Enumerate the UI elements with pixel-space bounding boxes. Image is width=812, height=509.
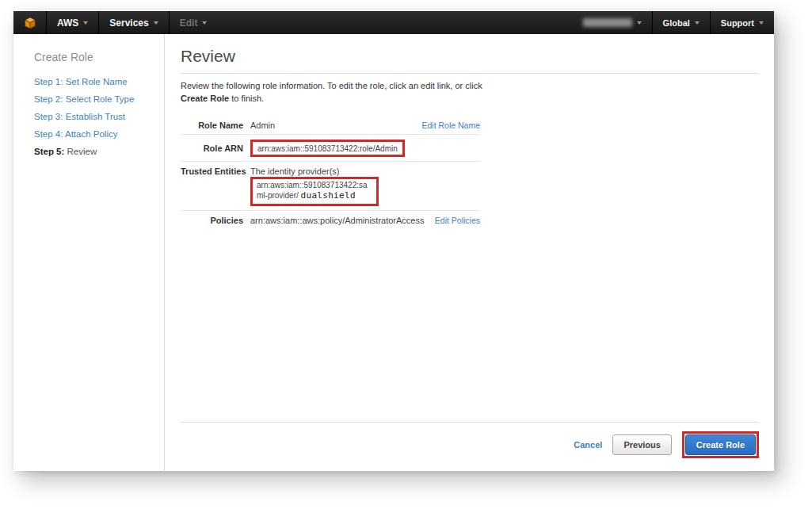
edit-role-name-link[interactable]: Edit Role Name — [421, 119, 480, 130]
chevron-down-icon — [202, 21, 207, 25]
title-divider — [181, 73, 759, 74]
role-arn-value-wrap: arn:aws:iam::591083713422:role/Admin — [250, 138, 480, 157]
field-row-trusted-entities: Trusted Entities The identity provider(s… — [181, 161, 480, 210]
cancel-link[interactable]: Cancel — [574, 440, 602, 450]
saml-provider-name: dualshield — [301, 190, 356, 201]
page-title: Review — [181, 47, 759, 66]
top-navbar: AWS Services Edit Global — [13, 11, 774, 34]
review-description: Review the following role information. T… — [181, 80, 488, 105]
role-arn-annotation-box: arn:aws:iam::591083713422:role/Admin — [250, 140, 405, 157]
nav-menu-edit[interactable]: Edit — [170, 11, 218, 34]
description-bold-text: Create Role — [181, 94, 229, 103]
chevron-down-icon — [695, 21, 700, 25]
content-spacer — [181, 229, 759, 422]
user-name-redacted — [583, 18, 632, 27]
nav-support-menu[interactable]: Support — [711, 11, 774, 34]
role-arn-value: arn:aws:iam::591083713422:role/Admin — [257, 144, 398, 153]
chevron-down-icon — [154, 21, 158, 25]
role-arn-label: Role ARN — [181, 138, 250, 153]
chevron-down-icon — [637, 21, 642, 25]
nav-region-label: Global — [663, 18, 690, 28]
create-role-button[interactable]: Create Role — [685, 434, 756, 455]
review-pane: Review Review the following role informa… — [165, 34, 774, 471]
nav-menu-services[interactable]: Services — [99, 11, 168, 34]
trusted-entities-intro: The identity provider(s) — [250, 166, 480, 176]
trusted-entity-annotation-box: arn:aws:iam::591083713422:saml-provider/… — [250, 177, 379, 206]
sidebar-step-1[interactable]: Step 1: Set Role Name — [34, 77, 156, 86]
nav-menu-aws[interactable]: AWS — [47, 11, 98, 34]
trusted-entities-label: Trusted Entities — [181, 165, 250, 176]
previous-button[interactable]: Previous — [612, 434, 671, 455]
nav-menu-services-label: Services — [109, 17, 148, 29]
role-name-label: Role Name — [181, 119, 250, 130]
description-text: Review the following role information. T… — [181, 81, 482, 90]
sidebar-step-5-current: Step 5: Review — [34, 147, 156, 156]
review-fields-table: Role Name Admin Edit Role Name Role ARN … — [181, 116, 480, 229]
field-row-policies: Policies arn:aws:iam::aws:policy/Adminis… — [181, 210, 480, 229]
create-role-annotation-box: Create Role — [682, 431, 759, 458]
trusted-entities-value: The identity provider(s) arn:aws:iam::59… — [250, 165, 480, 206]
policies-label: Policies — [181, 214, 250, 225]
sidebar-step-2[interactable]: Step 2: Select Role Type — [34, 94, 156, 104]
wizard-title: Create Role — [34, 51, 156, 63]
edit-policies-link[interactable]: Edit Policies — [435, 214, 480, 225]
sidebar-step-4[interactable]: Step 4: Attach Policy — [34, 129, 156, 139]
nav-menu-aws-label: AWS — [57, 17, 78, 29]
footer-actions: Cancel Previous Create Role — [181, 423, 759, 461]
field-row-role-name: Role Name Admin Edit Role Name — [181, 116, 480, 134]
chevron-down-icon — [83, 21, 88, 25]
role-name-value: Admin — [250, 119, 421, 130]
policies-value: arn:aws:iam::aws:policy/AdministratorAcc… — [250, 214, 435, 225]
field-row-role-arn: Role ARN arn:aws:iam::591083713422:role/… — [181, 134, 480, 161]
sidebar-step-3[interactable]: Step 3: Establish Trust — [34, 112, 156, 121]
chevron-down-icon — [759, 21, 764, 25]
sidebar-step-5-label: Review — [67, 147, 97, 156]
nav-user-menu[interactable] — [573, 11, 652, 34]
nav-region-menu[interactable]: Global — [653, 11, 710, 34]
nav-support-label: Support — [721, 18, 754, 28]
description-text: to finish. — [229, 94, 264, 103]
console-window: AWS Services Edit Global — [13, 11, 774, 471]
wizard-sidebar: Create Role Step 1: Set Role Name Step 2… — [13, 34, 165, 471]
aws-home-button[interactable] — [13, 11, 46, 34]
nav-menu-edit-label: Edit — [180, 17, 198, 29]
aws-cube-logo-icon — [23, 16, 37, 30]
sidebar-step-5-prefix: Step 5: — [34, 147, 64, 156]
